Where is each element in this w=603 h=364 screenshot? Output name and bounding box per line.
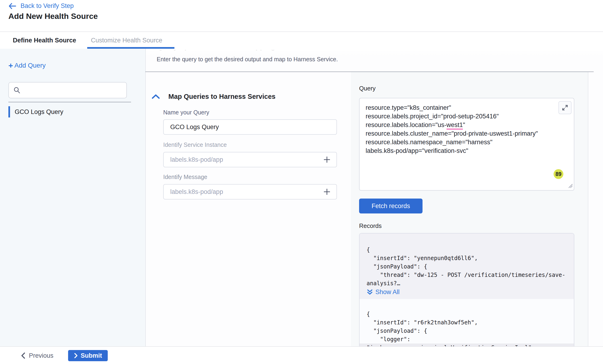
show-all-label: Show All (375, 288, 400, 296)
footer-bar: Previous Submit (0, 346, 603, 364)
character-count-badge: 89 (554, 169, 563, 179)
tab-define-health-source[interactable]: Define Health Source (13, 32, 76, 49)
identify-service-instance-label: Identify Service Instance (163, 141, 227, 148)
submit-button[interactable]: Submit (68, 350, 108, 361)
add-message-plus-icon[interactable] (323, 188, 331, 196)
search-icon (13, 87, 21, 94)
record-json: { "insertId": "r6rk2tnah3owf5eh", "jsonP… (367, 310, 568, 352)
expand-query-button[interactable] (558, 101, 571, 114)
scroll-fade-overlay (146, 48, 603, 57)
add-query-label: Add Query (14, 62, 46, 69)
record-card: { "insertId": "yennepun0qtd6ll6", "jsonP… (359, 234, 574, 299)
sidebar-divider (8, 102, 131, 102)
message-placeholder: labels.k8s-pod/app (170, 188, 323, 195)
query-name-value: GCO Logs Query (170, 124, 331, 131)
tab-customize-health-source[interactable]: Customize Health Source (91, 32, 162, 49)
message-input[interactable]: labels.k8s-pod/app (163, 184, 337, 199)
query-name-input[interactable]: GCO Logs Query (163, 119, 337, 135)
back-link-label: Back to Verify Step (21, 2, 74, 10)
page-title: Add New Health Source (8, 12, 98, 21)
record-card: { "insertId": "r6rk2tnah3owf5eh", "jsonP… (359, 310, 574, 352)
previous-button[interactable]: Previous (21, 347, 53, 364)
query-item-label: GCO Logs Query (15, 108, 63, 116)
sidebar-item-gco-logs-query[interactable]: GCO Logs Query (8, 106, 130, 118)
submit-label: Submit (81, 352, 102, 359)
service-instance-input[interactable]: labels.k8s-pod/app (163, 152, 337, 167)
double-chevron-down-icon (367, 289, 373, 296)
identify-message-label: Identify Message (163, 174, 207, 180)
service-instance-placeholder: labels.k8s-pod/app (170, 156, 323, 163)
query-textarea[interactable]: resource.type="k8s_container"resource.la… (359, 98, 574, 191)
show-all-link[interactable]: Show All (367, 288, 400, 296)
selected-indicator-bar (8, 106, 10, 117)
chevron-right-icon (74, 353, 78, 359)
query-label: Query (359, 85, 376, 92)
map-queries-heading: Map Queries to Harness Services (168, 93, 275, 101)
add-health-source-page: Back to Verify Step Add New Health Sourc… (0, 0, 603, 364)
add-query-button[interactable]: + Add Query (8, 62, 46, 69)
records-label: Records (359, 222, 382, 229)
fetch-records-button[interactable]: Fetch records (359, 199, 423, 214)
name-query-label: Name your Query (163, 109, 209, 116)
query-sidebar: + Add Query GCO Logs Query (0, 48, 145, 346)
tab-bar: Define Health Source Customize Health So… (0, 32, 603, 49)
active-tab-underline (87, 47, 174, 49)
resize-handle[interactable] (568, 183, 573, 189)
back-arrow-icon (8, 2, 16, 10)
expand-icon (562, 104, 568, 111)
chevron-left-icon (21, 352, 26, 359)
add-service-instance-plus-icon[interactable] (323, 156, 331, 164)
query-search-input[interactable] (8, 82, 127, 98)
records-panel: { "insertId": "yennepun0qtd6ll6", "jsonP… (359, 233, 574, 359)
query-text: resource.type="k8s_container"resource.la… (366, 103, 568, 155)
record-json: { "insertId": "yennepun0qtd6ll6", "jsonP… (367, 246, 568, 288)
plus-icon: + (8, 62, 13, 69)
section-subtitle: Enter the query to get the desired outpu… (157, 56, 338, 63)
collapse-section-chevron-up-icon[interactable] (151, 94, 161, 101)
back-to-verify-step-link[interactable]: Back to Verify Step (8, 2, 74, 10)
previous-label: Previous (29, 352, 53, 359)
